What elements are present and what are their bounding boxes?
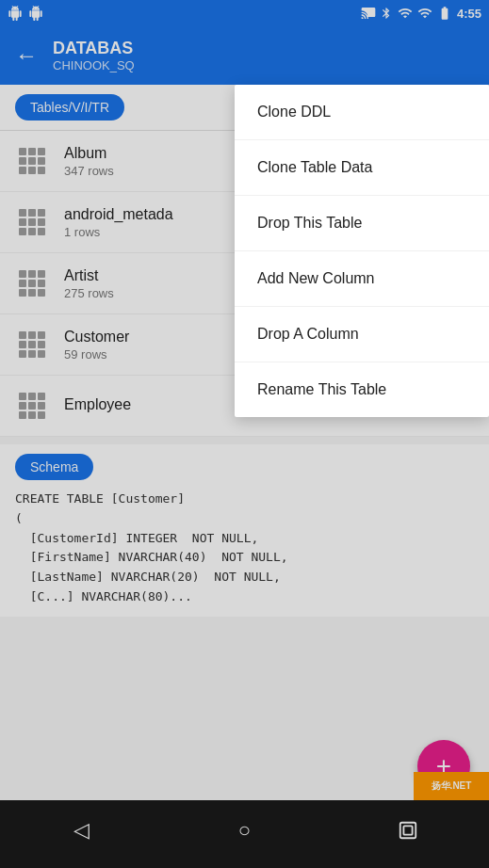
dropdown-item-drop-table[interactable]: Drop This Table bbox=[235, 196, 489, 251]
dropdown-item-drop-column[interactable]: Drop A Column bbox=[235, 307, 489, 362]
dropdown-item-clone-table-data[interactable]: Clone Table Data bbox=[235, 140, 489, 196]
dropdown-item-rename-table[interactable]: Rename This Table bbox=[235, 362, 489, 417]
dropdown-item-clone-ddl[interactable]: Clone DDL bbox=[235, 85, 489, 140]
dropdown-menu: Clone DDL Clone Table Data Drop This Tab… bbox=[235, 85, 489, 417]
dropdown-item-add-column[interactable]: Add New Column bbox=[235, 251, 489, 307]
